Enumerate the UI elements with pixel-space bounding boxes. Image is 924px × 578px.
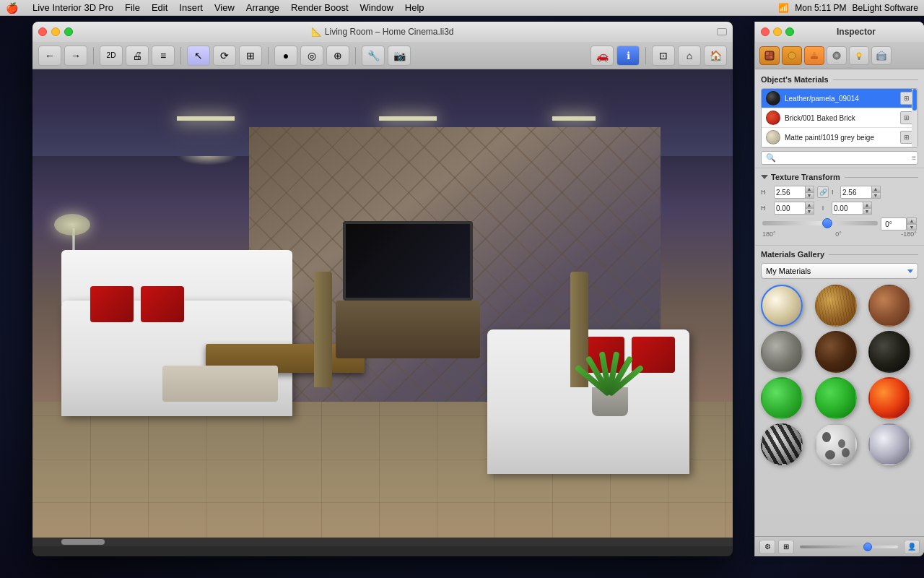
menu-help[interactable]: Help — [405, 2, 424, 13]
insp-tab-room[interactable] — [871, 46, 892, 65]
maximize-button[interactable] — [64, 27, 73, 36]
inspector-zoom-slider[interactable] — [800, 545, 898, 548]
offset-x-input[interactable]: 0.00 — [774, 202, 806, 215]
menu-file[interactable]: File — [125, 2, 140, 13]
toolbar-tool-btn[interactable]: 🔧 — [362, 46, 385, 66]
scale-y-down[interactable]: ▼ — [871, 192, 881, 199]
gallery-item-metal[interactable] — [868, 423, 910, 465]
gallery-item-green1[interactable] — [761, 377, 803, 419]
gallery-item-stone[interactable] — [761, 331, 803, 373]
inspector-close[interactable] — [761, 27, 770, 36]
offset-x-down[interactable]: ▼ — [804, 208, 814, 215]
gallery-item-spots[interactable] — [815, 423, 857, 465]
toolbar-car-btn[interactable]: 🚗 — [590, 46, 614, 66]
toolbar-point-btn[interactable]: ● — [274, 46, 297, 66]
offset-y-down[interactable]: ▼ — [862, 208, 872, 215]
scale-y-value: 2.56 — [842, 189, 856, 197]
scale-x-input[interactable]: 2.56 — [774, 186, 806, 199]
inspector-view-btn[interactable]: 👤 — [904, 540, 920, 554]
material-name-matte: Matte paint/1019 grey beige — [785, 134, 900, 142]
offset-y-up[interactable]: ▲ — [862, 202, 872, 208]
expand-icon — [761, 175, 768, 179]
material-scrollbar[interactable] — [912, 89, 918, 147]
insp-tab-light[interactable] — [849, 46, 869, 65]
canvas-area[interactable] — [32, 69, 733, 546]
material-item-leather[interactable]: Leather/pamela_09014 ⊞ — [762, 89, 918, 108]
material-item-brick[interactable]: Brick/001 Baked Brick ⊞ — [762, 108, 918, 128]
window-expand-button[interactable] — [717, 28, 727, 35]
texture-transform-header[interactable]: Texture Transform — [761, 173, 918, 181]
gallery-item-zebra[interactable] — [761, 423, 803, 465]
menu-insert[interactable]: Insert — [179, 2, 203, 13]
toolbar-info-btn[interactable]: ℹ — [616, 46, 640, 66]
gallery-item-dark[interactable] — [868, 331, 910, 373]
toolbar-multiselect-btn[interactable]: ⊞ — [239, 46, 262, 66]
toolbar-view3-btn[interactable]: 🏠 — [704, 46, 727, 66]
toolbar-sep-1 — [93, 47, 94, 64]
toolbar-rotate-btn[interactable]: ⟳ — [213, 46, 236, 66]
gallery-item-walnut[interactable] — [815, 331, 857, 373]
offset-h-label: H — [761, 204, 771, 212]
rotation-down[interactable]: ▼ — [907, 224, 917, 230]
ottoman — [162, 366, 278, 402]
toolbar-print-btn[interactable]: 🖨 — [126, 46, 149, 66]
svg-rect-11 — [858, 57, 860, 59]
room-icon — [876, 51, 886, 61]
close-button[interactable] — [38, 27, 47, 36]
gallery-item-cream[interactable] — [761, 285, 803, 327]
insp-tab-texture[interactable] — [827, 46, 847, 65]
toolbar-camera-btn[interactable]: 📷 — [388, 46, 411, 66]
insp-tab-edit[interactable] — [804, 46, 824, 65]
inspector-grid-btn[interactable]: ⊞ — [778, 540, 794, 554]
scrollbar-thumb[interactable] — [61, 539, 105, 545]
rotation-slider-track[interactable] — [762, 221, 878, 225]
insp-tab-object[interactable] — [782, 46, 802, 65]
canvas-scrollbar[interactable] — [32, 538, 733, 546]
menu-arrange[interactable]: Arrange — [246, 2, 279, 13]
toolbar-forward-btn[interactable]: → — [64, 46, 87, 66]
scale-x-down[interactable]: ▼ — [804, 192, 814, 199]
insp-tab-materials[interactable] — [759, 46, 780, 65]
toolbar-ring-btn[interactable]: ◎ — [300, 46, 323, 66]
toolbar-select-btn[interactable]: ↖ — [187, 46, 210, 66]
rotation-slider-thumb[interactable] — [822, 218, 832, 228]
toolbar-target-btn[interactable]: ⊕ — [326, 46, 349, 66]
material-search-input[interactable] — [779, 154, 912, 162]
scale-x-up[interactable]: ▲ — [804, 186, 814, 192]
menu-window[interactable]: Window — [360, 2, 393, 13]
offset-x-up[interactable]: ▲ — [804, 202, 814, 208]
toolbar-2d-btn[interactable]: 2D — [100, 46, 123, 66]
rotation-labels: 180° 0° -180° — [762, 230, 917, 238]
material-scroll-thumb[interactable] — [912, 89, 917, 111]
offset-x-field: 0.00 ▲ ▼ — [774, 202, 814, 215]
gallery-dropdown[interactable]: My Materials — [761, 263, 918, 279]
gallery-item-wood1[interactable] — [815, 285, 857, 327]
material-item-matte[interactable]: Matte paint/1019 grey beige ⊞ — [762, 128, 918, 147]
offset-y-input[interactable]: 0.00 — [832, 202, 863, 215]
scale-link[interactable]: 🔗 — [817, 186, 829, 198]
menu-edit[interactable]: Edit — [152, 2, 167, 13]
toolbar-view1-btn[interactable]: ⊡ — [652, 46, 675, 66]
inspector-minimize[interactable] — [773, 27, 782, 36]
rotation-input[interactable]: 0° — [881, 217, 907, 230]
apple-menu[interactable]: 🍎 — [6, 2, 18, 14]
toolbar-view2-btn[interactable]: ⌂ — [678, 46, 701, 66]
list-options-btn[interactable]: ≡ — [912, 154, 916, 162]
menu-render[interactable]: Render Boost — [291, 2, 349, 13]
menu-app[interactable]: Live Interior 3D Pro — [32, 2, 113, 13]
gallery-item-fire[interactable] — [868, 377, 910, 419]
rotation-up[interactable]: ▲ — [907, 217, 917, 224]
minimize-button[interactable] — [51, 27, 60, 36]
inspector-maximize[interactable] — [785, 27, 794, 36]
toolbar-back-btn[interactable]: ← — [38, 46, 61, 66]
gallery-item-brick2[interactable] — [868, 285, 910, 327]
rotation-row: 0° ▲ ▼ — [762, 217, 917, 230]
inspector-zoom-thumb[interactable] — [863, 543, 872, 551]
offset-y-stepper: ▲ ▼ — [862, 202, 872, 215]
scale-y-input[interactable]: 2.56 — [840, 186, 872, 199]
scale-y-up[interactable]: ▲ — [871, 186, 881, 192]
menu-view[interactable]: View — [214, 2, 235, 13]
toolbar-list-btn[interactable]: ≡ — [152, 46, 175, 66]
inspector-settings-btn[interactable]: ⚙ — [759, 540, 775, 554]
gallery-item-green2[interactable] — [815, 377, 857, 419]
